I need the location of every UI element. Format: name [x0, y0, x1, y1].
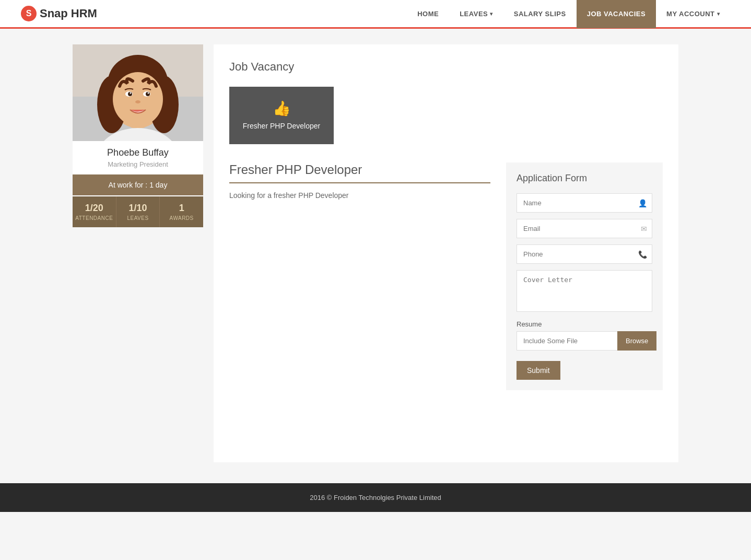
phone-icon: 📞 — [638, 250, 647, 259]
logo-text-snap: Snap — [40, 7, 68, 20]
phone-input[interactable] — [517, 244, 652, 264]
name-field-group: 👤 — [517, 193, 652, 213]
phone-field-group: 📞 — [517, 244, 652, 264]
email-field-group: ✉ — [517, 219, 652, 238]
main-container: Phoebe Buffay Marketing President At wor… — [62, 44, 689, 462]
avatar — [73, 44, 203, 141]
stat-attendance: 1/20 ATTENDANCE — [73, 196, 116, 227]
logo-icon: S — [21, 6, 37, 21]
footer-text: 2016 © Froiden Technolgies Private Limit… — [310, 494, 441, 501]
sidebar: Phoebe Buffay Marketing President At wor… — [73, 44, 203, 462]
main-nav: HOME LEAVES ▾ SALARY SLIPS JOB VACANCIES… — [407, 0, 730, 27]
thumbsup-icon: 👍 — [273, 100, 291, 117]
name-input[interactable] — [517, 193, 652, 213]
nav-salary-slips[interactable]: SALARY SLIPS — [503, 0, 577, 28]
resume-file-input[interactable] — [517, 331, 617, 351]
leaves-value: 1/10 — [119, 203, 157, 214]
email-icon: ✉ — [641, 225, 647, 233]
logo-text-hrm: HRM — [71, 7, 97, 20]
attendance-label: ATTENDANCE — [75, 215, 113, 221]
job-card-label: Fresher PHP Developer — [243, 121, 320, 132]
at-work-badge: At work for : 1 day — [73, 174, 203, 195]
email-input[interactable] — [517, 219, 652, 238]
chevron-down-icon: ▾ — [717, 11, 720, 17]
nav-home[interactable]: HOME — [407, 0, 449, 28]
profile-title: Marketing President — [108, 160, 168, 168]
cover-letter-group — [517, 270, 652, 314]
nav-leaves[interactable]: LEAVES ▾ — [449, 0, 503, 28]
svg-point-15 — [135, 100, 140, 103]
profile-card: Phoebe Buffay Marketing President At wor… — [73, 44, 203, 227]
job-card[interactable]: 👍 Fresher PHP Developer — [229, 87, 334, 144]
resume-file-group: Browse — [517, 331, 652, 351]
job-desc-col: Fresher PHP Developer Looking for a fres… — [229, 162, 490, 390]
nav-job-vacancies[interactable]: JOB VACANCIES — [577, 0, 656, 28]
person-icon: 👤 — [638, 199, 647, 207]
profile-name: Phoebe Buffay — [107, 147, 169, 158]
svg-point-8 — [113, 72, 163, 126]
form-title: Application Form — [517, 173, 652, 184]
browse-button[interactable]: Browse — [617, 331, 656, 351]
attendance-value: 1/20 — [75, 203, 113, 214]
cover-letter-input[interactable] — [517, 270, 652, 312]
chevron-down-icon: ▾ — [490, 11, 493, 17]
stat-awards: 1 AWARDS — [160, 196, 203, 227]
submit-button[interactable]: Submit — [517, 361, 560, 380]
logo[interactable]: S SnapHRM — [21, 6, 97, 21]
awards-value: 1 — [162, 203, 201, 214]
page-title: Job Vacancy — [229, 60, 663, 74]
svg-point-13 — [130, 92, 132, 94]
job-detail-row: Fresher PHP Developer Looking for a fres… — [229, 162, 663, 390]
footer: 2016 © Froiden Technolgies Private Limit… — [0, 483, 751, 512]
header: S SnapHRM HOME LEAVES ▾ SALARY SLIPS JOB… — [0, 0, 751, 29]
content-area: Job Vacancy 👍 Fresher PHP Developer Fres… — [214, 44, 678, 462]
stats-bar: 1/20 ATTENDANCE 1/10 LEAVES 1 AWARDS — [73, 196, 203, 227]
resume-label: Resume — [517, 320, 652, 328]
nav-my-account[interactable]: MY ACCOUNT ▾ — [656, 0, 730, 28]
application-form: Application Form 👤 ✉ 📞 Resume — [506, 162, 663, 390]
job-description: Looking for a fresher PHP Developer — [229, 191, 490, 200]
job-detail-title: Fresher PHP Developer — [229, 162, 490, 183]
svg-point-14 — [148, 92, 149, 94]
stat-leaves: 1/10 LEAVES — [116, 196, 160, 227]
leaves-label: LEAVES — [119, 215, 157, 221]
awards-label: AWARDS — [162, 215, 201, 221]
